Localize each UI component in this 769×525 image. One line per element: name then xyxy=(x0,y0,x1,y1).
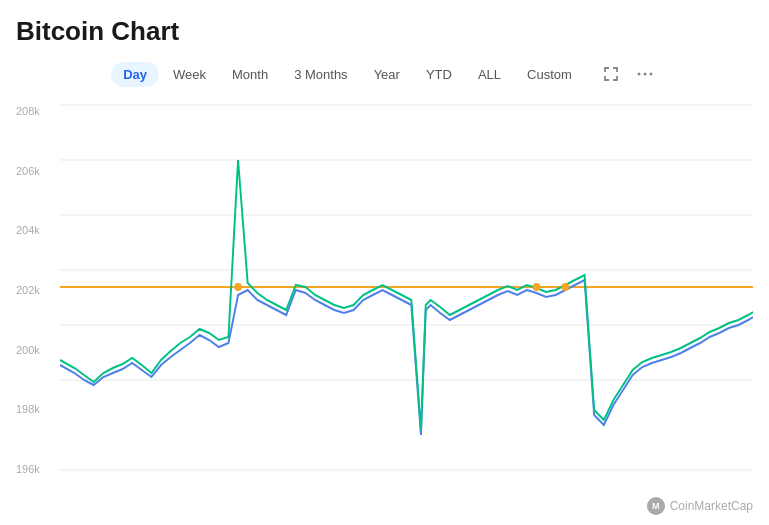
svg-point-0 xyxy=(637,73,640,76)
page-container: Bitcoin Chart Day Week Month 3 Months Ye… xyxy=(0,0,769,525)
svg-point-11 xyxy=(234,283,242,291)
cmc-label: CoinMarketCap xyxy=(670,499,753,513)
chart-area: 208k 206k 204k 202k 200k 198k 196k xyxy=(16,95,753,485)
tab-day[interactable]: Day xyxy=(111,62,159,87)
tab-3months[interactable]: 3 Months xyxy=(282,62,359,87)
fullscreen-icon[interactable] xyxy=(598,61,624,87)
more-options-icon[interactable] xyxy=(632,61,658,87)
tab-year[interactable]: Year xyxy=(362,62,412,87)
svg-point-12 xyxy=(533,283,541,291)
cmc-icon: M xyxy=(647,497,665,515)
tab-ytd[interactable]: YTD xyxy=(414,62,464,87)
y-label-198k: 198k xyxy=(16,403,56,415)
toolbar-icons xyxy=(598,61,658,87)
y-axis-labels: 208k 206k 204k 202k 200k 198k 196k xyxy=(16,95,56,485)
y-label-206k: 206k xyxy=(16,165,56,177)
tab-custom[interactable]: Custom xyxy=(515,62,584,87)
svg-point-1 xyxy=(643,73,646,76)
time-range-toolbar: Day Week Month 3 Months Year YTD ALL Cus… xyxy=(16,61,753,87)
tab-all[interactable]: ALL xyxy=(466,62,513,87)
y-label-202k: 202k xyxy=(16,284,56,296)
y-label-204k: 204k xyxy=(16,224,56,236)
y-label-196k: 196k xyxy=(16,463,56,475)
page-title: Bitcoin Chart xyxy=(16,16,753,47)
tab-week[interactable]: Week xyxy=(161,62,218,87)
coinmarketcap-watermark: M CoinMarketCap xyxy=(647,497,753,515)
tab-month[interactable]: Month xyxy=(220,62,280,87)
svg-point-2 xyxy=(649,73,652,76)
chart-canvas xyxy=(60,95,753,485)
svg-point-13 xyxy=(561,283,569,291)
y-label-208k: 208k xyxy=(16,105,56,117)
y-label-200k: 200k xyxy=(16,344,56,356)
